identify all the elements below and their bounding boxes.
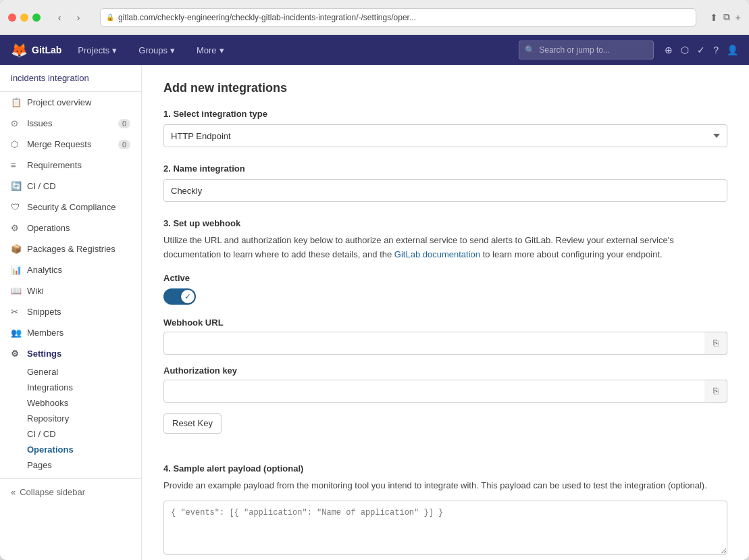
- sidebar-sub-repository-label: Repository: [27, 413, 69, 424]
- auth-key-input[interactable]: [163, 380, 727, 403]
- url-bar[interactable]: 🔒 gitlab.com/checkly-engineering/checkly…: [100, 8, 696, 27]
- sidebar-item-settings-label: Settings: [27, 349, 61, 359]
- sidebar-item-settings[interactable]: ⚙ Settings: [0, 343, 141, 364]
- nav-buttons: ‹ ›: [51, 9, 86, 26]
- requirements-icon: ≡: [11, 160, 22, 170]
- sidebar-item-ci-cd[interactable]: 🔄 CI / CD: [0, 176, 141, 197]
- integration-name-input[interactable]: [163, 179, 727, 202]
- forward-button[interactable]: ›: [70, 9, 86, 26]
- active-toggle[interactable]: ✓: [163, 288, 196, 305]
- nav-search: 🔍 Search or jump to...: [519, 41, 654, 59]
- sidebar-item-operations[interactable]: ⚙ Operations: [0, 218, 141, 238]
- sidebar: incidents integration 📋 Project overview…: [0, 65, 142, 560]
- auth-key-field: ⎘: [163, 380, 727, 403]
- nav-more-label: More: [197, 45, 217, 55]
- tab-area: 🔒 gitlab.com/checkly-engineering/checkly…: [100, 8, 696, 27]
- gitlab-logo-text: GitLab: [32, 45, 61, 55]
- sidebar-item-project-overview-label: Project overview: [27, 97, 91, 107]
- sidebar-sub-ci-cd[interactable]: CI / CD: [0, 426, 141, 442]
- add-integrations-title: Add new integrations: [163, 81, 727, 95]
- sidebar-item-analytics[interactable]: 📊 Analytics: [0, 259, 141, 280]
- search-input[interactable]: 🔍 Search or jump to...: [519, 41, 654, 59]
- step2-name-integration: 2. Name integration: [163, 163, 727, 202]
- reset-key-button[interactable]: Reset Key: [163, 413, 222, 434]
- sidebar-item-members[interactable]: 👥 Members: [0, 322, 141, 343]
- sidebar-item-project-overview[interactable]: 📋 Project overview: [0, 92, 141, 113]
- traffic-lights: [8, 14, 41, 22]
- add-tab-icon[interactable]: +: [735, 12, 741, 23]
- analytics-icon: 📊: [11, 265, 22, 275]
- avatar-icon[interactable]: 👤: [727, 45, 738, 55]
- minimize-button[interactable]: [20, 14, 28, 22]
- back-button[interactable]: ‹: [51, 9, 68, 26]
- sidebar-sub-general[interactable]: General: [0, 364, 141, 380]
- sidebar-sub-webhooks-label: Webhooks: [27, 398, 68, 408]
- step2-label: 2. Name integration: [163, 163, 727, 174]
- sidebar-sub-operations[interactable]: Operations: [0, 442, 141, 457]
- sidebar-item-requirements[interactable]: ≡ Requirements: [0, 155, 141, 176]
- sample-description: Provide an example payload from the moni…: [163, 479, 727, 493]
- sidebar-item-wiki[interactable]: 📖 Wiki: [0, 280, 141, 301]
- sidebar-sub-integrations[interactable]: Integrations: [0, 380, 141, 395]
- webhook-url-label: Webhook URL: [163, 317, 727, 328]
- sidebar-item-ci-cd-label: CI / CD: [27, 181, 56, 191]
- gitlab-logo[interactable]: 🦊 GitLab: [11, 42, 61, 58]
- help-icon[interactable]: ?: [713, 45, 719, 55]
- nav-projects-chevron: ▾: [112, 45, 117, 55]
- titlebar-icons: ⬆ ⧉ +: [710, 11, 741, 23]
- plus-icon[interactable]: ⊕: [665, 45, 673, 55]
- active-toggle-container: ✓: [163, 288, 727, 307]
- sidebar-sub-webhooks[interactable]: Webhooks: [0, 395, 141, 411]
- code-review-icon[interactable]: ⬡: [681, 45, 689, 55]
- sidebar-item-merge-requests[interactable]: ⬡ Merge Requests 0: [0, 134, 141, 155]
- sidebar-item-security-compliance[interactable]: 🛡 Security & Compliance: [0, 197, 141, 218]
- sidebar-item-snippets[interactable]: ✂ Snippets: [0, 301, 141, 322]
- sidebar-item-security-label: Security & Compliance: [27, 202, 116, 212]
- search-placeholder: Search or jump to...: [539, 45, 610, 55]
- sidebar-sub-pages[interactable]: Pages: [0, 457, 141, 473]
- share-icon[interactable]: ⬆: [710, 12, 718, 23]
- sidebar-item-snippets-label: Snippets: [27, 307, 61, 317]
- payload-textarea[interactable]: [163, 501, 727, 555]
- nav-groups[interactable]: Groups ▾: [133, 43, 180, 58]
- auth-key-copy-button[interactable]: ⎘: [704, 380, 727, 403]
- issues-badge: 0: [118, 119, 130, 128]
- webhook-url-input[interactable]: [163, 332, 727, 355]
- sidebar-item-merge-requests-label: Merge Requests: [27, 139, 91, 149]
- webhook-url-copy-button[interactable]: ⎘: [704, 332, 727, 355]
- nav-groups-chevron: ▾: [170, 45, 175, 55]
- step1-label: 1. Select integration type: [163, 109, 727, 119]
- operations-icon: ⚙: [11, 223, 22, 233]
- maximize-button[interactable]: [32, 14, 41, 22]
- new-tab-icon[interactable]: ⧉: [723, 11, 730, 23]
- search-icon: 🔍: [525, 45, 535, 55]
- close-button[interactable]: [8, 14, 16, 22]
- gitlab-docs-link[interactable]: GitLab documentation: [394, 249, 480, 259]
- integration-type-select[interactable]: HTTP Endpoint Prometheus Opsgenie: [163, 124, 727, 147]
- merge-requests-icon: ⬡: [11, 139, 22, 149]
- webhook-url-field: ⎘: [163, 332, 727, 355]
- auth-key-label: Authorization key: [163, 365, 727, 376]
- nav-more[interactable]: More ▾: [191, 43, 230, 58]
- nav-projects[interactable]: Projects ▾: [72, 43, 122, 58]
- sidebar-item-wiki-label: Wiki: [27, 286, 44, 296]
- webhook-description: Utilize the URL and authorization key be…: [163, 234, 727, 262]
- url-text: gitlab.com/checkly-engineering/checkly-g…: [118, 13, 416, 22]
- main-content: Add new integrations 1. Select integrati…: [142, 65, 749, 560]
- sidebar-sub-general-label: General: [27, 367, 58, 377]
- sidebar-project-name[interactable]: incidents integration: [0, 65, 141, 92]
- sidebar-item-packages[interactable]: 📦 Packages & Registries: [0, 238, 141, 259]
- sidebar-item-operations-label: Operations: [27, 223, 70, 233]
- collapse-sidebar-button[interactable]: « Collapse sidebar: [0, 478, 141, 505]
- gitlab-fox-icon: 🦊: [11, 42, 28, 58]
- sidebar-item-issues[interactable]: ⊙ Issues 0: [0, 113, 141, 134]
- wiki-icon: 📖: [11, 286, 22, 296]
- step4-sample-payload: 4. Sample alert payload (optional) Provi…: [163, 463, 727, 557]
- sidebar-sub-pages-label: Pages: [27, 460, 52, 470]
- nav-more-chevron: ▾: [219, 45, 224, 55]
- nav-projects-label: Projects: [78, 45, 109, 55]
- todo-icon[interactable]: ✓: [697, 45, 705, 55]
- members-icon: 👥: [11, 328, 22, 338]
- collapse-icon: «: [11, 487, 16, 497]
- sidebar-sub-repository[interactable]: Repository: [0, 411, 141, 426]
